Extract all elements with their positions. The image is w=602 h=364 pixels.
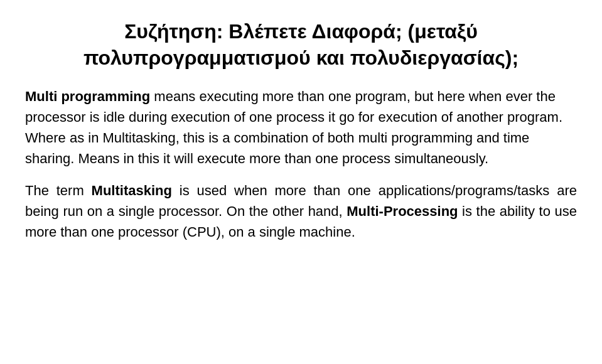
paragraph2-bold1: Multitasking	[92, 183, 172, 198]
title-line1: Συζήτηση: Βλέπετε Διαφορά; (μεταξύ	[25, 19, 577, 45]
paragraph1-bold: Multi programming	[25, 88, 150, 104]
paragraph2-text-before-bold1: The term	[25, 183, 92, 198]
title-line2: πολυπρογραμματισμού και πολυδιεργασίας);	[25, 45, 577, 72]
paragraph1: Multi programming means executing more t…	[25, 86, 577, 169]
paragraph2: The term Multitasking is used when more …	[25, 180, 577, 242]
title: Συζήτηση: Βλέπετε Διαφορά; (μεταξύ πολυπ…	[25, 19, 577, 71]
paragraph2-bold2: Multi-Processing	[347, 203, 458, 219]
